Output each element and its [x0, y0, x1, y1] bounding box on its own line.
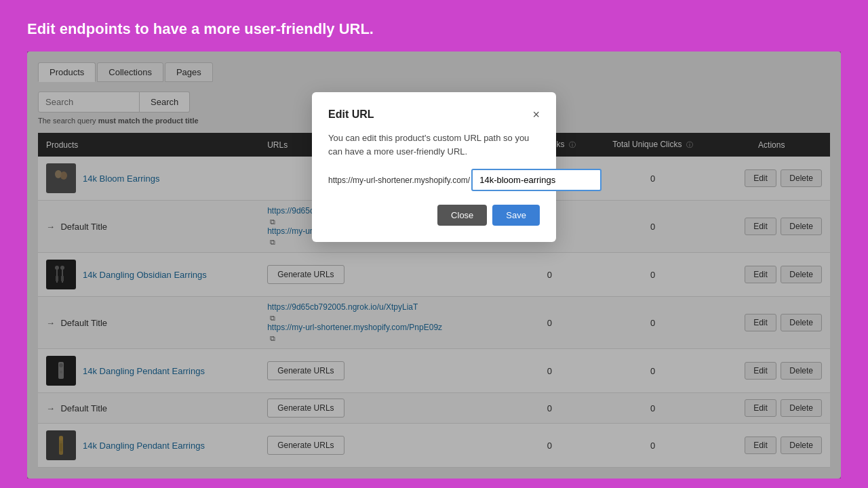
- page-title: Edit endpoints to have a more user-frien…: [27, 20, 841, 38]
- modal-save-button[interactable]: Save: [492, 205, 540, 226]
- modal-title: Edit URL: [328, 108, 374, 121]
- modal-overlay: Edit URL × You can edit this product's c…: [27, 52, 841, 479]
- modal-actions: Close Save: [328, 205, 540, 226]
- modal-url-prefix: https://my-url-shortener.myshopify.com/: [328, 176, 471, 185]
- modal-header: Edit URL ×: [328, 108, 540, 121]
- modal-url-input[interactable]: [471, 169, 601, 191]
- page-header: Edit endpoints to have a more user-frien…: [0, 0, 868, 52]
- modal-close-x-button[interactable]: ×: [532, 108, 540, 121]
- modal-description: You can edit this product's custom URL p…: [328, 131, 540, 158]
- modal-url-row: https://my-url-shortener.myshopify.com/: [328, 169, 540, 191]
- app-container: Products Collections Pages Search The se…: [27, 52, 841, 479]
- edit-url-modal: Edit URL × You can edit this product's c…: [312, 92, 556, 242]
- modal-close-button[interactable]: Close: [437, 205, 487, 226]
